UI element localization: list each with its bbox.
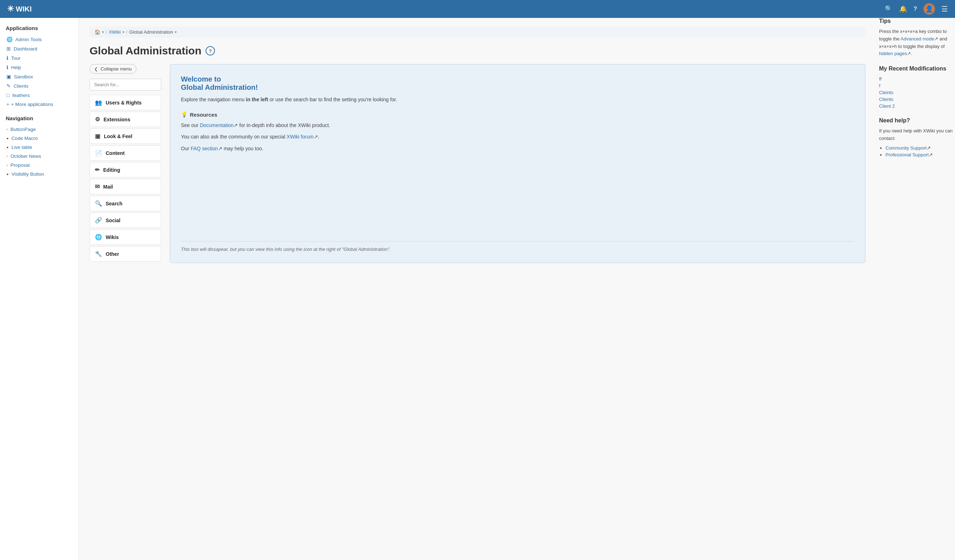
recent-item-ff[interactable]: ff bbox=[879, 75, 955, 82]
admin-menu-other[interactable]: 🔧 Other bbox=[89, 246, 161, 262]
hamburger-menu-icon[interactable]: ☰ bbox=[941, 5, 948, 13]
collapse-menu-btn[interactable]: ❮ Collapse menu bbox=[89, 64, 136, 74]
sidebar-label-admin-tools: Admin Tools bbox=[16, 37, 42, 42]
sidebar-item-proposal[interactable]: › Proposal bbox=[6, 161, 73, 170]
arrow-right-icon-3: › bbox=[6, 163, 8, 167]
sidebar-item-feathers[interactable]: □ feathers bbox=[6, 90, 73, 100]
admin-menu-label-users-rights: Users & Rights bbox=[106, 100, 141, 106]
sidebar-label-clients: Clients bbox=[14, 83, 28, 89]
sidebar-item-sandbox[interactable]: ▣ Sandbox bbox=[6, 72, 73, 81]
breadcrumb: 🏠 ▾ / XWiki ▾ / Global Administration ▾ bbox=[89, 27, 866, 37]
wikis-icon: 🌐 bbox=[95, 234, 102, 240]
globe-icon: 🌐 bbox=[6, 36, 13, 42]
topnav-right: 🔍 🔔 ? 👤 ☰ bbox=[885, 3, 948, 15]
info-icon: ℹ bbox=[6, 55, 8, 61]
need-help-text: If you need help with XWiki you can cont… bbox=[879, 127, 955, 142]
admin-menu-users-rights[interactable]: 👥 Users & Rights bbox=[89, 95, 161, 110]
logo[interactable]: ✳ WIKI bbox=[7, 4, 31, 14]
sidebar-item-code-macro[interactable]: ● Code Macro bbox=[6, 134, 73, 143]
sidebar-item-visibility-button[interactable]: ● Visibility Button bbox=[6, 170, 73, 179]
arrow-right-icon-2: › bbox=[6, 154, 8, 158]
admin-menu-extensions[interactable]: ⚙ Extensions bbox=[89, 112, 161, 127]
recent-item-client2[interactable]: Client 2 bbox=[879, 103, 955, 109]
avatar[interactable]: 👤 bbox=[924, 3, 935, 15]
resources-doc-text: See our Documentation↗ for in-depth info… bbox=[181, 121, 854, 129]
sidebar-label-dashboard: Dashboard bbox=[14, 46, 37, 51]
content-icon: 📄 bbox=[95, 150, 102, 156]
arrow-right-icon: › bbox=[6, 127, 8, 131]
sidebar-label-october-news: October News bbox=[10, 153, 41, 159]
sidebar-item-tour[interactable]: ℹ Tour bbox=[6, 53, 73, 62]
search-icon[interactable]: 🔍 bbox=[885, 5, 893, 13]
admin-menu-content[interactable]: 📄 Content bbox=[89, 145, 161, 161]
admin-menu-mail[interactable]: ✉ Mail bbox=[89, 179, 161, 194]
sidebar-label-tour: Tour bbox=[11, 55, 20, 61]
admin-search-input[interactable] bbox=[89, 79, 161, 90]
help-question-btn[interactable]: ? bbox=[206, 46, 215, 55]
sidebar-label-visibility-button: Visibility Button bbox=[11, 172, 44, 177]
more-applications-btn[interactable]: + + More applications bbox=[6, 100, 73, 109]
breadcrumb-xwiki-dropdown[interactable]: ▾ bbox=[122, 30, 124, 34]
documentation-link[interactable]: Documentation bbox=[200, 122, 233, 128]
topnav: ✳ WIKI 🔍 🔔 ? 👤 ☰ bbox=[0, 0, 955, 18]
help-icon: ℹ bbox=[6, 64, 8, 70]
feathers-icon: □ bbox=[6, 92, 9, 98]
admin-menu-wikis[interactable]: 🌐 Wikis bbox=[89, 229, 161, 245]
sidebar-item-buttonpage[interactable]: › ButtonPage bbox=[6, 125, 73, 134]
admin-menu-search[interactable]: 🔍 Search bbox=[89, 196, 161, 211]
chevron-left-icon: ❮ bbox=[94, 67, 98, 72]
need-help-title: Need help? bbox=[879, 117, 955, 124]
sidebar-item-october-news[interactable]: › October News bbox=[6, 152, 73, 161]
look-feel-icon: ▣ bbox=[95, 133, 100, 140]
admin-menu-social[interactable]: 🔗 Social bbox=[89, 212, 161, 228]
page-title-row: Global Administration ? bbox=[89, 45, 866, 57]
admin-menu: ❮ Collapse menu 👥 Users & Rights ⚙ Exten… bbox=[89, 64, 161, 263]
dashboard-icon: ⊞ bbox=[6, 46, 11, 51]
bell-icon[interactable]: 🔔 bbox=[899, 5, 907, 13]
sidebar-item-live-table[interactable]: ● Live table bbox=[6, 143, 73, 152]
right-panel: Tips Press the x+x+x+a key combo to togg… bbox=[876, 18, 955, 560]
sidebar-item-admin-tools[interactable]: 🌐 Admin Tools bbox=[6, 35, 73, 44]
admin-menu-label-wikis: Wikis bbox=[106, 234, 119, 240]
sidebar-label-proposal: Proposal bbox=[10, 162, 30, 168]
sidebar-item-help[interactable]: ℹ Help bbox=[6, 62, 73, 72]
modifications-title: My Recent Modifications bbox=[879, 66, 955, 72]
admin-menu-label-search: Search bbox=[106, 201, 122, 206]
help-question-icon[interactable]: ? bbox=[913, 6, 917, 12]
plus-icon: + bbox=[6, 101, 9, 107]
social-icon: 🔗 bbox=[95, 217, 102, 224]
home-icon[interactable]: 🏠 bbox=[95, 29, 100, 35]
recent-item-clients[interactable]: Clients bbox=[879, 96, 955, 103]
breadcrumb-home-dropdown[interactable]: ▾ bbox=[102, 30, 104, 34]
other-icon: 🔧 bbox=[95, 251, 102, 257]
lightbulb-icon: 💡 bbox=[181, 111, 188, 118]
sidebar-item-clients[interactable]: ✎ Clients bbox=[6, 81, 73, 90]
recent-item-cleints[interactable]: Cleints bbox=[879, 89, 955, 96]
resources-faq-text: Our FAQ section↗ may help you too. bbox=[181, 145, 854, 153]
sidebar-label-feathers: feathers bbox=[12, 93, 30, 98]
breadcrumb-xwiki[interactable]: XWiki bbox=[109, 29, 121, 35]
xwiki-forum-link[interactable]: XWiki forum bbox=[286, 134, 313, 140]
admin-menu-look-feel[interactable]: ▣ Look & Feel bbox=[89, 128, 161, 144]
mail-icon: ✉ bbox=[95, 183, 100, 190]
sidebar-item-dashboard[interactable]: ⊞ Dashboard bbox=[6, 44, 73, 53]
admin-menu-editing[interactable]: ✏ Editing bbox=[89, 162, 161, 178]
faq-section-link[interactable]: FAQ section bbox=[191, 146, 218, 151]
extensions-icon: ⚙ bbox=[95, 116, 100, 123]
breadcrumb-current-dropdown[interactable]: ▾ bbox=[175, 30, 177, 34]
sidebar-label-buttonpage: ButtonPage bbox=[10, 127, 36, 132]
admin-menu-label-other: Other bbox=[106, 251, 119, 257]
resources-title: 💡 Resources bbox=[181, 111, 854, 118]
clients-icon: ✎ bbox=[6, 83, 11, 89]
hidden-pages-link[interactable]: hidden pages bbox=[879, 51, 907, 56]
recent-item-f[interactable]: f bbox=[879, 82, 955, 89]
community-support-link[interactable]: Community Support bbox=[886, 145, 927, 151]
sidebar-label-help: Help bbox=[11, 65, 21, 70]
admin-menu-label-extensions: Extensions bbox=[103, 117, 130, 122]
bullet-icon-3: ● bbox=[6, 172, 9, 176]
welcome-title: Welcome toGlobal Administration! bbox=[181, 75, 854, 92]
professional-support-link[interactable]: Professional Support bbox=[886, 152, 929, 158]
advanced-mode-link[interactable]: Advanced mode bbox=[900, 36, 934, 42]
search-menu-icon: 🔍 bbox=[95, 200, 102, 207]
breadcrumb-current: Global Administration bbox=[129, 29, 173, 35]
